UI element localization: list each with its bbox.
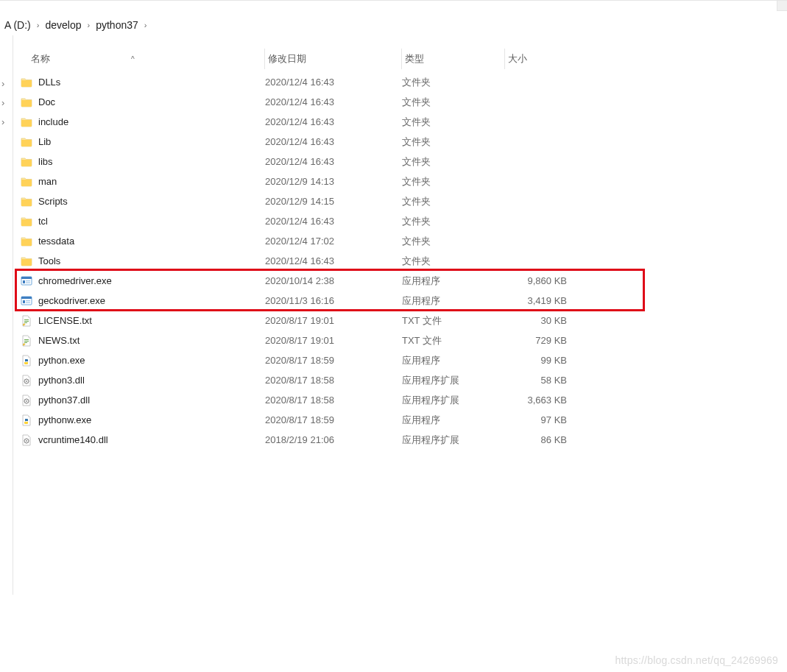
file-row[interactable]: libs2020/12/4 16:43文件夹 xyxy=(16,152,778,171)
folder-icon xyxy=(16,156,37,168)
svg-rect-6 xyxy=(21,297,32,299)
svg-point-21 xyxy=(26,440,27,442)
breadcrumb-item-drive[interactable]: A (D:) xyxy=(0,19,35,31)
file-size: 86 KB xyxy=(505,434,576,445)
file-row[interactable]: Lib2020/12/4 16:43文件夹 xyxy=(16,132,778,152)
chevron-right-icon: › xyxy=(143,21,149,29)
file-row[interactable]: chromedriver.exe2020/10/14 2:38应用程序9,860… xyxy=(16,271,778,291)
file-date: 2020/12/4 16:43 xyxy=(265,96,402,107)
file-type: 文件夹 xyxy=(402,135,505,149)
svg-rect-10 xyxy=(24,319,29,320)
file-date: 2020/11/3 16:16 xyxy=(265,295,402,306)
breadcrumb-item-python37[interactable]: python37 xyxy=(91,19,143,31)
divider xyxy=(0,0,787,1)
application-icon xyxy=(16,295,37,307)
column-header-label: 类型 xyxy=(405,52,424,66)
file-type: 应用程序扩展 xyxy=(402,394,505,407)
chevron-right-icon: › xyxy=(35,21,41,29)
dll-icon xyxy=(16,434,37,446)
file-row[interactable]: Scripts2020/12/9 14:15文件夹 xyxy=(16,191,778,211)
column-header-label: 大小 xyxy=(508,52,527,66)
file-row[interactable]: tessdata2020/12/4 17:02文件夹 xyxy=(16,231,778,251)
file-name: python.exe xyxy=(37,355,265,366)
file-size: 3,419 KB xyxy=(505,295,576,306)
file-type: 文件夹 xyxy=(402,155,505,169)
file-row[interactable]: python3.dll2020/8/17 18:58应用程序扩展58 KB xyxy=(16,370,778,390)
file-type: 应用程序 xyxy=(402,414,505,427)
file-type: 应用程序 xyxy=(402,275,505,288)
column-header-date[interactable]: 修改日期 xyxy=(265,49,402,69)
file-row[interactable]: python.exe2020/8/17 18:59应用程序99 KB xyxy=(16,350,778,370)
chevron-right-icon: › xyxy=(86,21,92,29)
file-type: 文件夹 xyxy=(402,96,505,109)
svg-point-19 xyxy=(26,400,27,402)
column-header-label: 修改日期 xyxy=(268,52,306,66)
file-name: tcl xyxy=(37,216,265,227)
tree-collapse-icon[interactable]: › xyxy=(1,97,4,108)
file-size: 9,860 KB xyxy=(505,275,576,286)
folder-icon xyxy=(16,216,37,227)
file-row[interactable]: LICENSE.txt2020/8/17 19:01TXT 文件30 KB xyxy=(16,311,778,330)
file-date: 2020/10/14 2:38 xyxy=(265,275,402,286)
file-type: 文件夹 xyxy=(402,235,505,248)
file-row[interactable]: Doc2020/12/4 16:43文件夹 xyxy=(16,92,778,112)
file-row[interactable]: vcruntime140.dll2018/2/19 21:06应用程序扩展86 … xyxy=(16,430,778,450)
file-name: DLLs xyxy=(37,77,265,88)
svg-rect-7 xyxy=(23,300,25,303)
file-type: 应用程序扩展 xyxy=(402,434,505,447)
breadcrumb-item-develop[interactable]: develop xyxy=(40,19,85,31)
file-name: python37.dll xyxy=(37,395,265,406)
watermark: https://blog.csdn.net/qq_24269969 xyxy=(615,654,778,666)
text-file-icon xyxy=(16,335,37,347)
file-name: geckodriver.exe xyxy=(37,295,265,306)
file-type: TXT 文件 xyxy=(402,334,505,347)
tree-collapse-icon[interactable]: › xyxy=(1,116,4,127)
file-name: Scripts xyxy=(37,196,265,207)
text-file-icon xyxy=(16,315,37,327)
python-icon xyxy=(16,355,37,367)
folder-icon xyxy=(16,77,37,88)
tree-collapse-icon[interactable]: › xyxy=(1,78,4,89)
file-date: 2020/12/4 17:02 xyxy=(265,236,402,247)
file-name: Tools xyxy=(37,255,265,266)
file-row[interactable]: NEWS.txt2020/8/17 19:01TXT 文件729 KB xyxy=(16,330,778,350)
file-type: 应用程序扩展 xyxy=(402,374,505,387)
file-date: 2020/12/4 16:43 xyxy=(265,156,402,167)
navigation-pane[interactable]: › › › xyxy=(0,35,13,595)
svg-rect-12 xyxy=(24,322,27,323)
svg-rect-14 xyxy=(24,341,29,342)
file-row[interactable]: pythonw.exe2020/8/17 18:59应用程序97 KB xyxy=(16,410,778,430)
file-name: vcruntime140.dll xyxy=(37,434,265,445)
file-type: 应用程序 xyxy=(402,354,505,367)
breadcrumb[interactable]: A (D:) › develop › python37 › xyxy=(0,16,148,34)
folder-icon xyxy=(16,255,37,267)
file-row[interactable]: Tools2020/12/4 16:43文件夹 xyxy=(16,251,778,271)
folder-icon xyxy=(16,96,37,108)
folder-icon xyxy=(16,196,37,208)
file-row[interactable]: DLLs2020/12/4 16:43文件夹 xyxy=(16,72,778,92)
file-name: NEWS.txt xyxy=(37,335,265,346)
file-date: 2020/12/9 14:15 xyxy=(265,196,402,207)
column-header-label: 名称 xyxy=(31,52,50,66)
file-row[interactable]: tcl2020/12/4 16:43文件夹 xyxy=(16,211,778,231)
application-icon xyxy=(16,275,37,287)
file-size: 3,663 KB xyxy=(505,395,576,406)
folder-icon xyxy=(16,116,37,128)
folder-icon xyxy=(16,236,37,247)
file-row[interactable]: include2020/12/4 16:43文件夹 xyxy=(16,112,778,132)
file-name: tessdata xyxy=(37,236,265,247)
column-header-type[interactable]: 类型 xyxy=(402,49,505,69)
folder-icon xyxy=(16,176,37,188)
file-type: 文件夹 xyxy=(402,76,505,89)
file-name: pythonw.exe xyxy=(37,414,265,425)
column-header-size[interactable]: 大小 xyxy=(505,49,586,69)
file-type: 文件夹 xyxy=(402,195,505,208)
svg-rect-11 xyxy=(24,321,29,322)
file-row[interactable]: python37.dll2020/8/17 18:58应用程序扩展3,663 K… xyxy=(16,390,778,410)
file-row[interactable]: man2020/12/9 14:13文件夹 xyxy=(16,171,778,191)
scrollbar-stub[interactable] xyxy=(777,1,787,11)
file-row[interactable]: geckodriver.exe2020/11/3 16:16应用程序3,419 … xyxy=(16,291,778,311)
file-size: 97 KB xyxy=(505,414,576,425)
column-header-name[interactable]: 名称 ^ xyxy=(28,49,265,69)
svg-rect-13 xyxy=(24,339,29,340)
